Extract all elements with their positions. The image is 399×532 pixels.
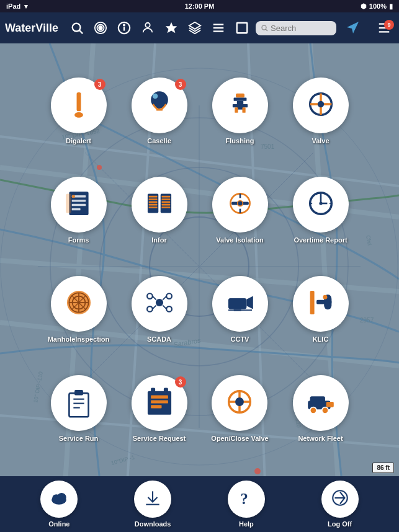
menu-circle-digalert: 3 (51, 78, 107, 133)
menu-circle-valve (293, 78, 349, 133)
bottom-label-logoff: Log Off (328, 520, 352, 528)
bluetooth-icon: ⬢ (361, 2, 367, 11)
menu-item-overtime-report[interactable]: Overtime Report (293, 177, 349, 244)
menu-item-manhole[interactable]: ManholeInspection (48, 276, 110, 344)
svg-point-143 (310, 407, 316, 414)
badge-service-request: 3 (175, 376, 186, 388)
svg-point-148 (57, 493, 66, 502)
svg-rect-62 (233, 98, 246, 101)
menu-item-service-run[interactable]: Service Run (51, 375, 107, 443)
person-button[interactable] (138, 18, 158, 38)
svg-rect-64 (232, 104, 247, 107)
menu-circle-service-request: 3 (132, 375, 187, 431)
search-nav-button[interactable] (67, 18, 87, 38)
menu-circle-infor (132, 177, 187, 233)
svg-point-112 (147, 306, 153, 312)
menu-item-infor[interactable]: Infor (132, 177, 187, 244)
menu-circle-forms (51, 177, 107, 233)
bottom-circle-logoff (321, 481, 359, 518)
svg-rect-77 (66, 194, 71, 213)
svg-point-92 (237, 201, 243, 206)
svg-rect-61 (236, 94, 244, 98)
menu-item-open-close-valve[interactable]: Open/Close Valve (211, 375, 268, 443)
open-close-valve-icon (223, 386, 256, 420)
menu-circle-manhole (51, 276, 107, 332)
menu-item-forms[interactable]: Forms (51, 177, 107, 244)
svg-point-2 (99, 26, 102, 30)
hamburger-badge: 9 (384, 20, 394, 30)
svg-point-113 (166, 306, 172, 312)
battery-label: 100% (369, 2, 387, 10)
menu-circle-scada (132, 276, 187, 332)
menu-label-digalert: Digalert (66, 137, 91, 145)
svg-line-117 (163, 306, 166, 309)
menu-item-flushing[interactable]: Flushing (212, 78, 268, 145)
svg-marker-119 (246, 296, 253, 309)
menu-item-scada[interactable]: SCADA (132, 276, 187, 344)
bottom-item-help[interactable]: ? Help (228, 481, 265, 528)
menu-circle-flushing (212, 78, 268, 133)
status-left: iPad ▾ (6, 2, 28, 11)
menu-item-digalert[interactable]: 3 Digalert (51, 78, 107, 145)
svg-rect-136 (163, 388, 168, 394)
svg-rect-145 (326, 402, 333, 407)
svg-text:?: ? (240, 490, 248, 507)
bottom-item-online[interactable]: Online (40, 481, 78, 528)
layers-button[interactable] (185, 18, 205, 38)
menu-label-infor: Infor (151, 236, 166, 244)
svg-rect-81 (148, 202, 157, 203)
bottom-item-logoff[interactable]: Log Off (321, 481, 359, 528)
svg-point-15 (262, 25, 266, 30)
star-button[interactable] (161, 18, 181, 38)
menu-item-klic[interactable]: KLIC (293, 276, 349, 344)
svg-point-56 (74, 112, 83, 118)
carrier-label: iPad (6, 2, 20, 10)
status-right: ⬢ 100% ▮ (361, 2, 393, 11)
svg-marker-10 (189, 22, 200, 29)
menu-item-network-fleet[interactable]: Network Fleet (293, 375, 349, 443)
svg-rect-82 (148, 204, 157, 206)
menu-circle-valve-isolation (212, 177, 268, 233)
square-button[interactable] (232, 18, 252, 38)
cctv-icon (224, 286, 256, 321)
svg-point-59 (152, 94, 158, 99)
list-button[interactable] (208, 18, 228, 38)
svg-point-8 (145, 23, 150, 27)
svg-rect-142 (310, 397, 325, 404)
search-input[interactable] (271, 24, 331, 33)
svg-rect-134 (151, 406, 161, 409)
bottom-label-downloads: Downloads (135, 520, 171, 528)
menu-item-service-request[interactable]: 3 Service Request (132, 375, 187, 443)
menu-label-caselle: Caselle (147, 137, 171, 145)
infor-icon (143, 187, 176, 222)
radio-button[interactable] (91, 18, 110, 38)
menu-circle-overtime-report (293, 177, 349, 233)
menu-label-valve: Valve (312, 137, 329, 145)
menu-label-overtime-report: Overtime Report (294, 236, 347, 244)
menu-circle-klic (293, 276, 349, 332)
info-button[interactable] (114, 18, 134, 38)
bottom-item-downloads[interactable]: Downloads (134, 481, 171, 528)
forms-icon (63, 187, 95, 222)
menu-item-valve-isolation[interactable]: Valve Isolation (212, 177, 268, 244)
svg-point-70 (317, 101, 323, 107)
badge-digalert: 3 (94, 79, 105, 90)
svg-rect-126 (69, 394, 88, 417)
svg-point-144 (321, 407, 328, 414)
svg-point-109 (156, 299, 162, 306)
location-button[interactable] (343, 18, 362, 38)
battery-icon: ▮ (389, 2, 393, 11)
menu-label-forms: Forms (68, 236, 89, 244)
menu-label-network-fleet: Network Fleet (298, 435, 343, 443)
menu-grid: 3 Digalert 3 Caselle Flushing (38, 62, 361, 459)
menu-item-cctv[interactable]: CCTV (212, 276, 268, 344)
menu-item-valve[interactable]: Valve (293, 78, 349, 145)
app-title: WaterVille (5, 22, 58, 35)
bottom-label-help: Help (239, 520, 254, 528)
search-box[interactable] (256, 21, 336, 35)
menu-item-caselle[interactable]: 3 Caselle (132, 78, 187, 145)
svg-rect-130 (74, 390, 83, 396)
svg-rect-80 (148, 199, 157, 201)
logoff-icon (330, 488, 350, 510)
caselle-icon (143, 88, 176, 123)
